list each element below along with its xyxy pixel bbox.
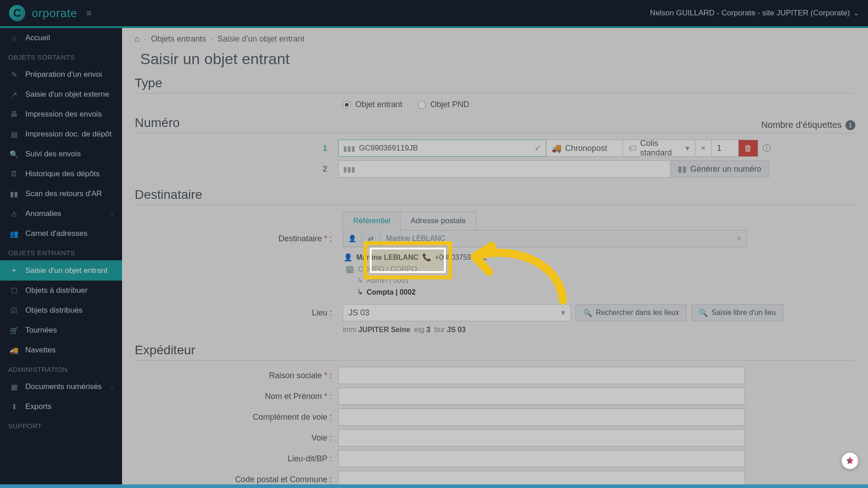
sidebar-item-label: Documents numérisés <box>25 382 102 391</box>
barcode-icon: ▮▮▮ <box>343 165 355 174</box>
sidebar-item-print-send[interactable]: 🖶Impression des envois <box>0 104 122 124</box>
sidebar-item-label: Impression des envois <box>25 110 102 119</box>
tab-referentiel[interactable]: Référentiel <box>343 211 401 230</box>
home-icon[interactable]: ⌂ <box>135 34 140 44</box>
sidebar-item-rounds[interactable]: 🛒Tournées <box>0 320 122 340</box>
user-context-dropdown[interactable]: Nelson GUILLARD - Corporate - site JUPIT… <box>650 9 859 18</box>
search-locations-button[interactable]: 🔍 Rechercher dans les lieux <box>576 304 687 321</box>
free-location-button[interactable]: 🔍 Saisie libre d'un lieu <box>691 304 783 321</box>
package-type-select[interactable]: 🏷 Colis standard ▾ <box>623 140 695 157</box>
building-icon: 🏢 <box>345 263 354 275</box>
person-picker-button[interactable]: 👤 <box>343 230 362 247</box>
sidebar-item-label: Saisie d'un objet externe <box>25 90 109 99</box>
external-icon: ↗ <box>9 90 19 99</box>
search-locations-label: Rechercher dans les lieux <box>596 309 679 317</box>
barcode-icon: ▮▮ <box>9 190 19 198</box>
caret-down-icon: ▾ <box>685 143 689 153</box>
sidebar-item-label: Exports <box>25 402 52 411</box>
sidebar-item-label: Navettes <box>25 346 56 355</box>
radio-objet-pnd[interactable]: Objet PND <box>418 100 469 109</box>
carrier-cell[interactable]: 🚚 Chronopost <box>546 140 623 157</box>
sidebar-section-incoming: OBJETS ENTRANTS <box>0 244 122 260</box>
sidebar-item-external-entry[interactable]: ↗Saisie d'un objet externe <box>0 84 122 104</box>
destinataire-field[interactable]: Martine LEBLANC × <box>381 230 747 247</box>
exp-field-label: Code postal et Commune : <box>135 475 338 484</box>
swap-button[interactable]: ⇄ <box>362 230 381 247</box>
section-heading-type: Type <box>135 76 855 94</box>
dest-svc-2: Compta | 0002 <box>367 286 416 298</box>
search-icon: 🔍 <box>583 309 592 317</box>
qty-value: 1 <box>717 144 722 153</box>
generate-number-button[interactable]: ▮▮ Générer un numéro <box>670 160 769 178</box>
sidebar-item-anomalies[interactable]: ⚠Anomalies‹ <box>0 204 122 224</box>
barcode-field[interactable] <box>359 164 665 174</box>
delete-row-button[interactable]: 🗑 <box>739 140 758 157</box>
sidebar-item-to-distribute[interactable]: ☐Objets à distribuer <box>0 281 122 300</box>
sidebar-item-addressbook[interactable]: 👥Carnet d'adresses <box>0 224 122 244</box>
exp-field-input[interactable] <box>338 450 745 467</box>
destinataire-details: 👤 Martine LEBLANC 📞 +008037596522 🏢 CORP… <box>344 252 855 298</box>
sidebar-item-exports[interactable]: ⬇Exports <box>0 397 122 417</box>
sidebar-item-label: Tournées <box>25 326 57 335</box>
home-icon: ⌂ <box>9 34 19 42</box>
exp-field-input[interactable] <box>338 367 745 384</box>
labels-count-text: Nombre d'étiquettes <box>761 120 842 130</box>
page-title: Saisir un objet entrant <box>122 47 868 76</box>
sidebar-item-label: Suivi des envois <box>25 150 81 159</box>
clear-qty-button[interactable]: × <box>695 140 712 157</box>
labels-count: Nombre d'étiquettes 1 <box>761 120 855 130</box>
lieu-select[interactable]: JS 03 ▾ <box>343 304 571 321</box>
sidebar: ⌂ Accueil OBJETS SORTANTS ✎Préparation d… <box>0 28 122 488</box>
destinataire-value: Martine LEBLANC <box>386 235 445 243</box>
sidebar-item-home[interactable]: ⌂ Accueil <box>0 28 122 48</box>
sidebar-item-incoming-entry[interactable]: ＋Saisie d'un objet entrant <box>0 260 122 281</box>
exp-field-input[interactable] <box>338 388 745 405</box>
info-icon[interactable]: ⓘ <box>763 143 771 154</box>
clear-icon[interactable]: × <box>737 235 741 243</box>
breadcrumb-current: Saisie d'un objet entrant <box>217 34 305 44</box>
sidebar-item-shuttles[interactable]: 🚚Navettes <box>0 340 122 360</box>
brand-logo-icon: C <box>9 5 25 21</box>
destinataire-label: Destinataire * : <box>135 234 338 244</box>
section-heading-destinataire: Destinataire <box>135 188 855 205</box>
menu-toggle-icon[interactable]: ≡ <box>86 8 92 19</box>
exp-field-label: Nom et Prénom * : <box>135 392 338 401</box>
download-icon: ⬇ <box>9 403 19 411</box>
barcode-icon: ▮▮▮ <box>343 144 355 153</box>
sidebar-item-distributed[interactable]: ☑Objets distribués <box>0 300 122 320</box>
breadcrumb-link-1[interactable]: Objets entrants <box>151 34 206 44</box>
sidebar-item-print-deposit[interactable]: ▤Impression doc. de dépôt <box>0 124 122 144</box>
truck-icon: 🚚 <box>552 143 561 153</box>
pencil-icon: ✎ <box>9 70 19 79</box>
sidebar-item-label: Accueil <box>25 33 50 42</box>
sidebar-item-scan-ar[interactable]: ▮▮Scan des retours d'AR <box>0 184 122 204</box>
sidebar-section-support: SUPPORT <box>0 417 122 433</box>
print-icon: 🖶 <box>9 110 19 118</box>
tab-adresse-postale[interactable]: Adresse postale <box>401 211 476 230</box>
exp-field-label: Voie : <box>135 433 338 443</box>
sidebar-item-deposit-history[interactable]: 🗓Historique des dépôts <box>0 164 122 184</box>
barcode-input-2[interactable]: ▮▮▮ <box>338 160 670 178</box>
search-icon: 🔍 <box>9 150 19 159</box>
barcode-input-1[interactable]: ▮▮▮ ✓ <box>338 140 546 157</box>
carrier-value: Chronopost <box>565 144 607 153</box>
sidebar-item-scanned-docs[interactable]: ▦Documents numérisés‹ <box>0 377 122 397</box>
sidebar-item-label: Objets à distribuer <box>25 286 88 295</box>
lieu-value: JS 03 <box>349 308 369 318</box>
barcode-field[interactable] <box>359 144 534 153</box>
phone-icon: 📞 <box>422 252 431 263</box>
sidebar-item-track[interactable]: 🔍Suivi des envois <box>0 144 122 164</box>
sub-arrow-icon: ↳ <box>357 286 363 298</box>
document-icon: ▤ <box>9 130 19 139</box>
exp-field-input[interactable] <box>338 408 745 426</box>
radio-objet-entrant[interactable]: Objet entrant <box>343 100 402 109</box>
qty-cell[interactable]: 1 <box>712 140 739 157</box>
exp-field-input[interactable] <box>338 429 745 446</box>
help-floating-button[interactable] <box>842 453 858 469</box>
package-type-value: Colis standard <box>640 139 682 158</box>
grid-icon: ▦ <box>9 383 19 391</box>
sidebar-item-prepare-send[interactable]: ✎Préparation d'un envoi <box>0 65 122 84</box>
search-icon: 🔍 <box>699 309 708 317</box>
user-context-label: Nelson GUILLARD - Corporate - site JUPIT… <box>650 9 850 18</box>
plus-icon: ＋ <box>9 266 19 275</box>
